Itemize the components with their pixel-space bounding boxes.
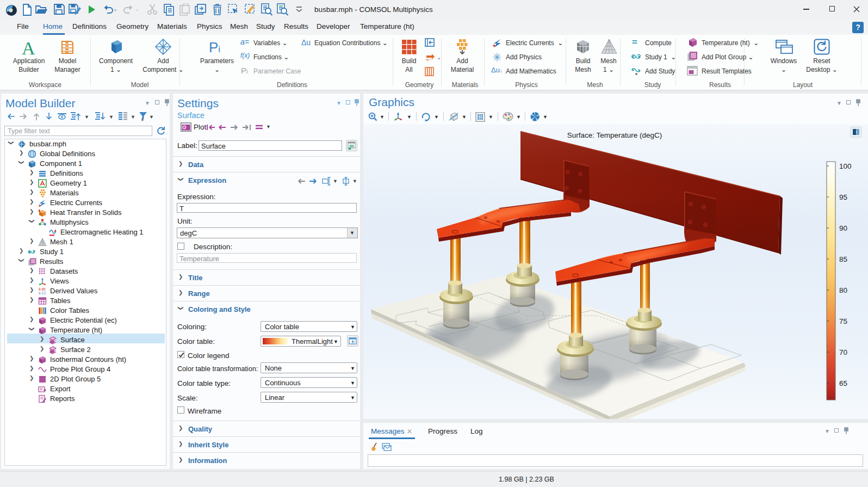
svg-text:65: 65 [839, 379, 847, 387]
svg-text:80: 80 [839, 286, 847, 294]
svg-text:75: 75 [839, 317, 847, 325]
svg-text:85: 85 [839, 255, 847, 263]
svg-text:90: 90 [839, 224, 847, 232]
svg-text:Surface: Temperature (degC): Surface: Temperature (degC) [567, 131, 662, 139]
svg-text:100: 100 [839, 162, 852, 170]
svg-text:95: 95 [839, 193, 847, 201]
svg-text:70: 70 [839, 348, 847, 356]
